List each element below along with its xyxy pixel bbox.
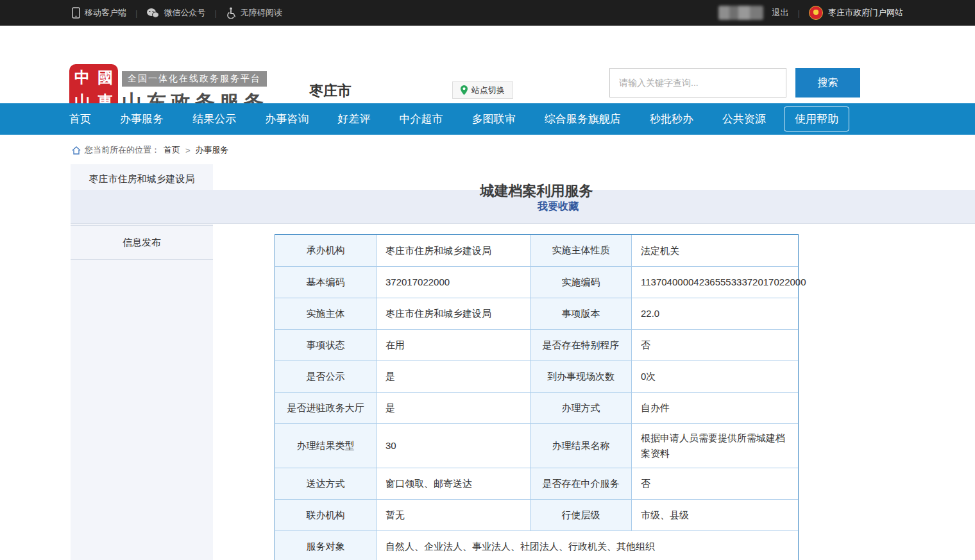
breadcrumb-home[interactable]: 首页 — [164, 144, 180, 156]
table-row: 是否进驻政务大厅是办理方式自办件 — [275, 392, 798, 423]
table-label: 办理方式 — [530, 393, 631, 423]
sidebar: 所属部门枣庄市住房和城乡建设局服务类型依申请服务本事项支持信息发布结果公示我要咨… — [71, 164, 213, 560]
platform-badge: 全国一体化在线政务服务平台 — [122, 71, 267, 87]
search-input[interactable] — [609, 68, 786, 98]
nav-item-5[interactable]: 好差评 — [337, 112, 370, 126]
table-label: 办理结果类型 — [275, 424, 376, 468]
table-value: 枣庄市住房和城乡建设局 — [376, 298, 530, 329]
table-label: 实施主体 — [275, 298, 376, 329]
nav-item-4[interactable]: 办事咨询 — [265, 112, 309, 126]
table-row: 基本编码372017022000实施编码11370400004236555333… — [275, 266, 798, 298]
table-label: 服务对象 — [275, 531, 376, 560]
table-label: 联办机构 — [275, 500, 376, 530]
table-row: 办理结果类型30办理结果名称根据申请人员需要提供所需城建档案资料 — [275, 423, 798, 468]
table-value: 自办件 — [631, 393, 798, 423]
nav-item-10[interactable]: 公共资源 — [722, 112, 766, 126]
table-value: 否 — [631, 468, 798, 499]
table-row: 实施主体枣庄市住房和城乡建设局事项版本22.0 — [275, 298, 798, 329]
table-label: 基本编码 — [275, 267, 376, 298]
table-label: 事项版本 — [530, 298, 631, 329]
nav-item-help[interactable]: 使用帮助 — [784, 106, 849, 132]
table-value: 372017022000 — [376, 267, 530, 298]
table-row: 事项状态在用是否存在特别程序否 — [275, 329, 798, 361]
table-row: 送达方式窗口领取、邮寄送达是否存在中介服务否 — [275, 468, 798, 499]
mobile-icon — [72, 7, 80, 19]
table-value: 否 — [631, 330, 798, 361]
table-value: 暂无 — [376, 500, 530, 530]
table-value: 在用 — [376, 330, 530, 361]
separator: | — [798, 8, 800, 18]
city-name: 枣庄市 — [309, 81, 352, 101]
site-switch-button[interactable]: 站点切换 — [452, 81, 513, 99]
page-title: 城建档案利用服务 — [275, 182, 799, 201]
table-label: 实施编码 — [530, 267, 631, 298]
nav-item-7[interactable]: 多图联审 — [472, 112, 516, 126]
seal-char: 國 — [94, 65, 117, 89]
nav-item-8[interactable]: 综合服务旗舰店 — [545, 112, 621, 126]
table-label: 行使层级 — [530, 500, 631, 530]
home-icon — [72, 146, 81, 155]
nav-item-3[interactable]: 结果公示 — [192, 112, 236, 126]
nav-item-6[interactable]: 中介超市 — [400, 112, 443, 126]
sidebar-item-6[interactable]: 信息发布 — [71, 226, 213, 260]
table-row: 服务对象自然人、企业法人、事业法人、社团法人、行政机关、其他组织 — [275, 530, 798, 560]
separator: | — [214, 8, 216, 18]
table-value: 枣庄市住房和城乡建设局 — [376, 235, 530, 266]
table-label: 送达方式 — [275, 468, 376, 499]
table-row: 联办机构暂无行使层级市级、县级 — [275, 499, 798, 530]
service-detail-table: 承办机构枣庄市住房和城乡建设局实施主体性质法定机关基本编码37201702200… — [275, 234, 799, 560]
accessibility-icon — [226, 7, 236, 19]
location-pin-icon — [461, 85, 468, 95]
table-value: 22.0 — [631, 298, 798, 329]
nav-item-2[interactable]: 办事服务 — [120, 112, 164, 126]
table-label: 是否存在中介服务 — [530, 468, 631, 499]
table-value: 市级、县级 — [631, 500, 798, 530]
table-label: 办理结果名称 — [530, 424, 631, 468]
table-value: 30 — [376, 424, 530, 468]
site-switch-label: 站点切换 — [471, 85, 505, 96]
table-label: 是否存在特别程序 — [530, 330, 631, 361]
breadcrumb-prefix: 您当前所在的位置： — [85, 144, 160, 156]
table-value: 是 — [376, 361, 530, 392]
mobile-client-label: 移动客户端 — [85, 7, 126, 19]
breadcrumb: 您当前所在的位置： 首页 > 办事服务 — [72, 144, 229, 156]
table-value: 0次 — [631, 361, 798, 392]
table-value: 1137040000423655533372017022000 — [631, 267, 815, 298]
search-button[interactable]: 搜索 — [795, 68, 860, 98]
accessibility-link[interactable]: 无障碍阅读 — [226, 7, 282, 19]
nav-item-9[interactable]: 秒批秒办 — [650, 112, 693, 126]
national-emblem-icon — [809, 6, 823, 20]
nav-item-1[interactable]: 首页 — [69, 112, 91, 126]
mobile-client-link[interactable]: 移动客户端 — [72, 7, 126, 19]
table-value: 法定机关 — [631, 235, 798, 266]
table-value: 是 — [376, 393, 530, 423]
table-value: 自然人、企业法人、事业法人、社团法人、行政机关、其他组织 — [376, 531, 798, 560]
user-name-blurred — [718, 6, 763, 20]
main-nav: 首页办事服务结果公示办事咨询好差评中介超市多图联审综合服务旗舰店秒批秒办公共资源… — [0, 103, 975, 135]
table-label: 实施主体性质 — [530, 235, 631, 266]
table-label: 事项状态 — [275, 330, 376, 361]
breadcrumb-separator: > — [185, 146, 191, 155]
wechat-label: 微信公众号 — [164, 7, 205, 19]
separator: | — [135, 8, 137, 18]
table-label: 到办事现场次数 — [530, 361, 631, 392]
breadcrumb-current[interactable]: 办事服务 — [196, 144, 229, 156]
seal-char: 中 — [71, 65, 94, 89]
logout-link[interactable]: 退出 — [772, 7, 789, 19]
table-label: 是否进驻政务大厅 — [275, 393, 376, 423]
table-label: 承办机构 — [275, 235, 376, 266]
table-value: 窗口领取、邮寄送达 — [376, 468, 530, 499]
wechat-link[interactable]: 微信公众号 — [146, 7, 205, 19]
site-header: 中 國 山 東 全国一体化在线政务服务平台 山东政务服务 枣庄市 站点切换 搜索… — [0, 26, 975, 103]
accessibility-label: 无障碍阅读 — [241, 7, 282, 19]
topbar: 移动客户端 | 微信公众号 | 无障碍阅读 退出 | 枣庄市政府门户网站 — [0, 0, 975, 26]
wechat-icon — [146, 8, 159, 19]
table-row: 是否公示是到办事现场次数0次 — [275, 361, 798, 392]
table-value: 根据申请人员需要提供所需城建档案资料 — [631, 424, 798, 468]
portal-link[interactable]: 枣庄市政府门户网站 — [828, 7, 903, 19]
table-label: 是否公示 — [275, 361, 376, 392]
table-row: 承办机构枣庄市住房和城乡建设局实施主体性质法定机关 — [275, 235, 798, 266]
